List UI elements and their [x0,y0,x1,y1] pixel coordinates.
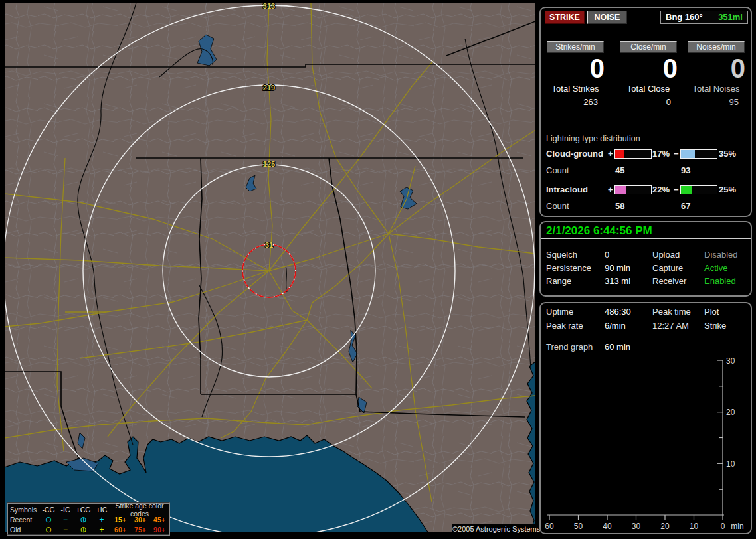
cg-plus-count: 45 [615,165,624,175]
recent-pos-ic-icon: + [93,516,110,524]
session-row: Peak rate 6/min 12:27 AM Strike [541,321,748,333]
x-tick-0: 0 [721,522,725,531]
cloud-ground-row: Cloud-ground + 17% − 35% [541,149,748,159]
plus-sign: + [608,149,613,159]
legend-symbols-header: Symbols [8,506,40,514]
ring-label-125: 125 [263,160,275,168]
squelch-value: 0 [605,250,609,260]
map-canvas: 313 219 125 31 [0,0,537,539]
count-label: Count [546,201,569,211]
datetime-display: 2/1/2026 6:44:56 PM [546,224,652,238]
plus-sign: + [608,185,613,194]
recent-pos-cg-icon: ⊕ [74,516,93,524]
total-close-label: Total Close [618,84,679,94]
distribution-divider [543,145,745,145]
trend-axes [547,360,724,520]
status-panel: 2/1/2026 6:44:56 PM Squelch 0 Upload Dis… [539,221,752,297]
peak-rate-value: 6/min [605,321,626,331]
upload-status: Disabled [704,250,738,260]
peak-time-label: Peak time [652,307,691,317]
y-tick-20: 20 [726,408,735,417]
x-tick-30: 30 [632,522,641,531]
capture-label: Capture [652,263,683,273]
uptime-value: 486:30 [605,307,631,317]
total-strikes-label: Total Strikes [545,84,606,94]
trend-graph-window: 60 min [605,342,630,352]
status-row: Range 313 mi Receiver Enabled [541,276,748,288]
total-strikes-value: 263 [545,97,606,107]
minus-sign: − [674,185,679,194]
lightning-map[interactable]: 313 219 125 31 [0,0,537,539]
bearing-readout[interactable]: Bng 160° 351mi [660,11,748,24]
x-tick-20: 20 [660,522,670,531]
trend-x-labels: 60 50 40 30 20 10 0 min [545,522,743,531]
legend-row-old: Old [8,526,40,534]
total-close-value: 0 [618,97,679,107]
old-neg-ic-icon: − [57,526,74,534]
noise-mode-button[interactable]: NOISE [587,11,627,24]
cloud-ground-count-row: Count 45 93 [541,165,748,176]
age-code-30: 30+ [130,516,150,524]
status-row: Persistence 90 min Capture Active [541,263,748,275]
ring-label-313: 313 [263,2,275,10]
ic-plus-pct: 22% [652,185,670,194]
symbols-legend: Symbols -CG -IC +CG +IC Strike age color… [7,502,170,536]
trend-graph: 30 20 10 60 50 40 30 20 10 0 min [541,356,749,533]
age-code-60: 60+ [110,526,130,534]
y-tick-30: 30 [726,356,735,366]
intracloud-row: Intracloud + 22% − 25% [541,185,748,195]
count-label: Count [546,165,569,175]
session-row: Uptime 486:30 Peak time Plot [541,307,748,319]
uptime-label: Uptime [546,307,573,317]
age-code-90: 90+ [150,526,169,534]
y-tick-10: 10 [726,459,735,469]
strikes-rate-value: 0 [545,54,606,83]
upload-label: Upload [652,250,680,260]
capture-status: Active [704,263,727,273]
x-tick-10: 10 [690,522,699,531]
age-code-45: 45+ [150,516,169,524]
status-row: Squelch 0 Upload Disabled [541,250,748,262]
bearing-distance: 351mi [718,11,747,23]
legend-col-neg-ic: -IC [57,506,74,514]
peak-rate-label: Peak rate [546,321,583,331]
strike-mode-button[interactable]: STRIKE [545,11,585,24]
cg-minus-bar-fill [681,150,695,158]
noises-rate-value: 0 [686,54,747,83]
ic-minus-pct: 25% [719,185,736,194]
age-code-15: 15+ [110,516,130,524]
cg-plus-pct: 17% [652,149,670,159]
trend-graph-label: Trend graph [546,342,593,352]
cg-minus-count: 93 [681,165,690,175]
intracloud-count-row: Count 58 67 [541,201,748,212]
close-per-min-button[interactable]: Close/min [620,41,677,53]
age-code-75: 75+ [130,526,150,534]
old-pos-cg-icon: ⊕ [74,526,93,534]
x-axis-unit: min [731,522,743,531]
persistence-label: Persistence [546,263,591,273]
close-counter-column: Close/min 0 Total Close 0 [618,41,679,107]
legend-row-recent: Recent [8,516,40,524]
recent-neg-cg-icon: ⊖ [40,516,57,524]
old-pos-ic-icon: + [93,526,110,534]
bearing-label: Bng 160° [661,11,703,23]
peak-time-value: 12:27 AM [652,321,689,331]
cloud-ground-label: Cloud-ground [546,149,603,159]
trend-y-labels: 30 20 10 [726,356,735,469]
noises-per-min-button[interactable]: Noises/min [688,41,745,53]
legend-col-pos-ic: +IC [93,506,110,514]
persistence-value: 90 min [605,263,630,273]
cg-minus-pct: 35% [719,149,736,159]
session-panel: Uptime 486:30 Peak time Plot Peak rate 6… [539,302,752,534]
total-noises-label: Total Noises [686,84,747,94]
ic-plus-bar-fill [615,186,626,194]
cg-plus-bar-fill [615,150,624,158]
strikes-per-min-button[interactable]: Strikes/min [547,41,604,53]
ring-label-31: 31 [265,241,273,249]
x-tick-60: 60 [545,522,554,531]
plot-label: Plot [704,307,719,317]
receiver-label: Receiver [652,276,686,286]
plot-mode-value: Strike [704,321,726,331]
strikes-counter-column: Strikes/min 0 Total Strikes 263 [545,41,606,107]
cg-minus-bar [680,149,717,159]
